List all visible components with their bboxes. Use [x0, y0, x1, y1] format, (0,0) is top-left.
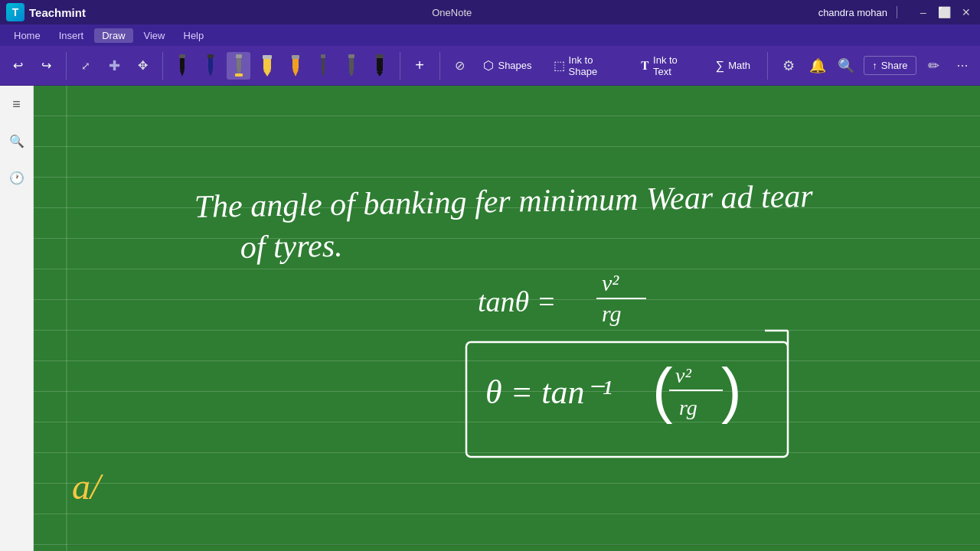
window-controls: – ⬜ ✕ [916, 5, 974, 20]
sidebar-history-icon[interactable]: 🕐 [5, 165, 29, 190]
sidebar-menu-icon[interactable]: ≡ [5, 92, 29, 116]
app-name: Teachmint [29, 6, 86, 19]
user-name: chandra mohan [818, 7, 887, 18]
pen-black[interactable] [170, 52, 194, 80]
marker-orange[interactable] [283, 52, 307, 80]
pen-thick-black[interactable] [368, 52, 392, 80]
ink-to-shape-button[interactable]: ⬚ Ink to Shape [546, 51, 627, 80]
main-layout: ≡ 🔍 🕐 The angle of banking fer minimum W… [0, 86, 980, 551]
header-divider [897, 6, 897, 18]
math-button[interactable]: ∑ Math [708, 56, 758, 76]
select-tool[interactable]: ⤢ [74, 52, 98, 80]
undo-button[interactable]: ↩ [6, 52, 30, 80]
share-label: Share [881, 60, 908, 71]
svg-marker-4 [208, 70, 213, 77]
left-sidebar: ≡ 🔍 🕐 [0, 86, 34, 551]
toolbar-sep-3 [400, 52, 400, 80]
svg-marker-20 [349, 72, 354, 77]
share-icon: ↑ [872, 60, 877, 71]
svg-marker-23 [377, 72, 383, 77]
logo-icon: T [6, 3, 24, 21]
shapes-icon: ⬡ [483, 58, 494, 73]
highlighter-yellow[interactable] [255, 52, 279, 80]
svg-marker-11 [263, 70, 271, 77]
svg-text:θ =  tan⁻¹: θ = tan⁻¹ [485, 373, 612, 411]
drawing-svg: The angle of banking fer minimum Wear ad… [34, 86, 980, 551]
svg-rect-18 [321, 54, 325, 58]
pen-dark-thin[interactable] [312, 52, 335, 80]
svg-text:The  angle  of   banking  fer : The angle of banking fer minimum Wear ad… [194, 178, 813, 224]
app-logo: T Teachmint [6, 3, 86, 21]
title-right: chandra mohan – ⬜ ✕ [818, 5, 974, 20]
svg-text:v²: v² [675, 364, 691, 387]
svg-marker-17 [322, 72, 325, 77]
add-drawing-button[interactable]: + [408, 52, 432, 80]
svg-text:tanθ =: tanθ = [478, 285, 556, 318]
shapes-label: Shapes [498, 60, 531, 71]
toolbar: ↩ ↪ ⤢ ✚ ✥ [0, 46, 980, 86]
lasso-tool[interactable]: ⊘ [448, 52, 472, 80]
move-tool[interactable]: ✥ [131, 52, 155, 80]
toolbar-sep-1 [66, 52, 67, 80]
title-bar-left: T Teachmint [6, 3, 86, 21]
maximize-button[interactable]: ⬜ [937, 5, 952, 20]
svg-marker-14 [292, 70, 299, 77]
sidebar-search-icon[interactable]: 🔍 [5, 129, 29, 153]
pen-dark-blue[interactable] [198, 52, 222, 80]
svg-text:rg: rg [602, 301, 622, 326]
ink-to-shape-label: Ink to Shape [569, 54, 619, 77]
close-button[interactable]: ✕ [959, 5, 974, 20]
menu-help[interactable]: Help [176, 28, 212, 43]
svg-rect-8 [236, 54, 242, 58]
window-title: OneNote [432, 7, 472, 18]
svg-text:of  tyres.: of tyres. [240, 228, 343, 265]
svg-rect-21 [348, 54, 354, 58]
toolbar-sep-2 [162, 52, 163, 80]
svg-text:rg: rg [679, 396, 697, 419]
menu-view[interactable]: View [136, 28, 173, 43]
menu-home[interactable]: Home [6, 28, 48, 43]
svg-rect-2 [179, 54, 185, 58]
toolbar-sep-4 [439, 52, 440, 80]
menu-draw[interactable]: Draw [94, 28, 132, 43]
minimize-button[interactable]: – [916, 5, 931, 20]
menu-insert[interactable]: Insert [51, 28, 92, 43]
svg-marker-1 [180, 70, 185, 77]
svg-text:): ) [721, 356, 742, 424]
svg-text:a/: a/ [72, 466, 103, 507]
title-bar: T Teachmint OneNote chandra mohan – ⬜ ✕ [0, 0, 980, 24]
search-icon[interactable]: 🔍 [835, 52, 858, 80]
svg-rect-9 [235, 73, 243, 77]
ink-to-shape-icon: ⬚ [554, 58, 565, 73]
pen-gray[interactable] [227, 52, 250, 80]
redo-button[interactable]: ↪ [34, 52, 58, 80]
toolbar-sep-5 [767, 52, 768, 80]
ink-to-text-button[interactable]: 𝐓 Ink to Text [633, 51, 702, 80]
pen-medium[interactable] [340, 52, 364, 80]
toolbar-right: ⬡ Shapes ⬚ Ink to Shape 𝐓 Ink to Text ∑ … [475, 51, 974, 80]
ink-to-text-icon: 𝐓 [641, 59, 649, 73]
menu-bar: Home Insert Draw View Help [0, 24, 980, 46]
canvas-area[interactable]: The angle of banking fer minimum Wear ad… [34, 86, 980, 551]
svg-rect-15 [292, 55, 299, 59]
notifications-icon[interactable]: 🔔 [806, 52, 829, 80]
settings-icon[interactable]: ⚙ [777, 52, 800, 80]
shapes-button[interactable]: ⬡ Shapes [475, 55, 539, 76]
ink-to-text-label: Ink to Text [653, 54, 694, 77]
svg-rect-5 [207, 54, 214, 58]
svg-text:v²: v² [602, 270, 619, 295]
svg-rect-24 [376, 54, 384, 58]
math-icon: ∑ [716, 59, 724, 73]
pen-mode-icon[interactable]: ✏ [923, 52, 946, 80]
svg-rect-12 [263, 55, 272, 59]
share-button[interactable]: ↑ Share [864, 56, 916, 75]
add-tool[interactable]: ✚ [103, 52, 126, 80]
more-options-icon[interactable]: ··· [951, 52, 974, 80]
math-label: Math [728, 60, 750, 71]
